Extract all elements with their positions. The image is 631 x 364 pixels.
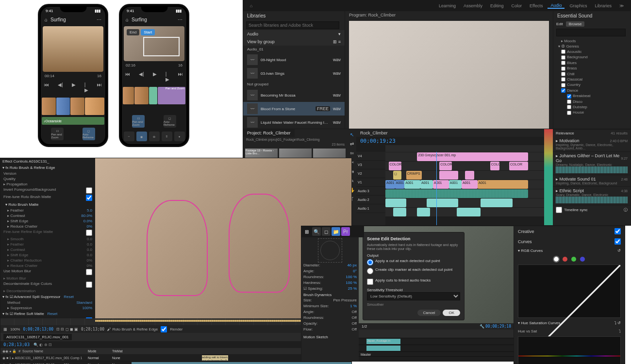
tool-panzoom[interactable]: ⊡Pan and Zoom (51, 128, 64, 140)
tab-motion[interactable]: ◉ (136, 132, 147, 141)
audio-meter (544, 129, 553, 225)
reset-button[interactable]: Reset (47, 312, 57, 316)
lumetri-curves-panel: Creative Curves ▾ RGB Curves↺ ▾ Hue Satu… (514, 226, 625, 364)
search-taskbar-icon[interactable]: 🔍 (312, 227, 321, 236)
timecode[interactable]: 00;00;29;18 (485, 324, 511, 329)
opt-create-marker[interactable] (367, 268, 373, 274)
ws-editing[interactable]: Editing (487, 3, 507, 8)
zoom-dropdown[interactable]: 100% (10, 327, 20, 331)
libraries-search[interactable] (246, 21, 339, 29)
comp-tab[interactable]: A010C131_160517_R1JC.mov_001 (3, 334, 72, 340)
es-result[interactable]: ▸ Motivate Sound 012:48 Inspiring, Dance… (553, 175, 631, 187)
phone-timeline[interactable] (41, 97, 105, 116)
ws-audio[interactable]: Audio (548, 3, 565, 9)
library-item[interactable]: 〰Liquid Water Water Faucet Running In Pu… (243, 116, 345, 129)
reset-icon[interactable]: ↺ (617, 248, 621, 253)
tab-presets[interactable]: ✦ (174, 132, 185, 141)
step-fwd-icon[interactable]: |▶ (83, 81, 90, 94)
step-back-icon[interactable]: ◀| (56, 81, 65, 94)
timeline-timecode[interactable]: 00;00;19;23 (360, 138, 396, 144)
tree-moods[interactable]: ▸ Moods (555, 38, 629, 44)
home-icon[interactable]: ⌂ (247, 3, 255, 8)
tree-genre-item[interactable]: Acoustic (555, 49, 629, 54)
ae-layer-row[interactable]: ◉ ■ 1 ▸ A010C131_160517_R1JC.mov_001 Com… (0, 355, 351, 362)
library-item[interactable]: 〰03-Ivan Singswav (243, 66, 345, 80)
end-handle[interactable]: End (127, 29, 139, 35)
library-item[interactable]: 〰09-Night Moodwav (243, 53, 345, 66)
library-item[interactable]: 〰Blood From a StoneFREEwav (243, 102, 345, 116)
info-icon[interactable]: ⓘ (624, 207, 628, 213)
explorer-icon[interactable]: 📁 (332, 227, 340, 236)
selection-tool-icon[interactable]: ↖ (348, 131, 356, 138)
es-result[interactable]: ▸ Motivation2:40 0 BPM Inspiring, Dynami… (553, 137, 631, 152)
phone-timecode: 00:14 (45, 74, 54, 78)
ok-button[interactable]: OK (443, 310, 460, 316)
sensitivity-dropdown[interactable]: Low Sensitivity (Default) (367, 292, 460, 300)
start-icon[interactable]: ⊞ (302, 227, 311, 236)
hue-sat-curve-editor[interactable] (518, 336, 621, 364)
layer-time-ruler[interactable] (0, 318, 351, 325)
tab-transitions[interactable]: ↔ (124, 132, 134, 141)
home-icon[interactable]: ⌂ (45, 17, 48, 22)
crop-frame[interactable] (143, 37, 180, 56)
playhead[interactable] (436, 152, 437, 225)
tool-panzoom[interactable]: ⊡Pan and Zoom (132, 115, 145, 128)
ws-color[interactable]: Color (509, 3, 525, 8)
ae-layer-row[interactable]: ◉ ■ 2 ▸ A010C131_160517_R1JC.mov_001 Nor… (0, 362, 351, 364)
render-checkbox[interactable] (161, 326, 167, 332)
windows-taskbar: ⊞ 🔍 ◻ 📁 Pr (301, 226, 364, 237)
scene-edit-dialog: Scene Edit Detection Automatically detec… (363, 232, 465, 320)
cancel-button[interactable]: Cancel (417, 310, 441, 316)
tab-adjust[interactable]: ≡ (162, 132, 172, 141)
view-by-group[interactable]: View by group⊞ ≡ (243, 38, 345, 46)
es-tab-edit[interactable]: Edit (556, 22, 563, 26)
ws-libraries[interactable]: Libraries (592, 3, 614, 8)
rgb-channel-selector[interactable] (514, 255, 625, 264)
home-icon[interactable]: ⌂ (126, 17, 129, 22)
first-frame-icon[interactable]: ⏮ (42, 81, 51, 94)
library-item[interactable]: 〰Becoming Mr Bossawav (243, 88, 345, 102)
reset-button[interactable]: Reset (64, 295, 74, 299)
project-tab[interactable]: Project: Rock_Climber (243, 129, 295, 137)
tool-autoreframe[interactable]: ◻Auto Reframe (83, 128, 95, 140)
ripple-tool-icon[interactable]: ⥢ (348, 149, 356, 157)
play-icon[interactable]: ▶ (70, 81, 78, 94)
ws-assembly[interactable]: Assembly (461, 3, 485, 8)
linked-audio-checkbox[interactable] (367, 279, 373, 285)
more-icon[interactable]: ⋯ (178, 17, 183, 22)
invert-checkbox[interactable] (86, 187, 92, 194)
workspace-bar: ⌂ Learning Assembly Editing Color Effect… (243, 0, 631, 11)
track-header[interactable]: V4 (356, 152, 385, 161)
es-result[interactable]: ▸ Ethnic Script4:38 Scary, Dramatic, Dan… (553, 187, 631, 205)
overflow-icon[interactable]: ≫ (616, 3, 627, 8)
more-icon[interactable]: ⋯ (97, 17, 101, 22)
mini-timeline[interactable]: Japan_Footage.m Master (359, 330, 514, 361)
timeline-sync-checkbox[interactable] (556, 207, 562, 213)
libraries-dropdown[interactable]: Audio▾ (243, 30, 345, 38)
phone-mockup-1: 9:41 ▮▮▮ ⌂ Surfing ⋯ 00:14 16 ⏮ ◀| ▶ |▶ … (38, 4, 108, 147)
start-handle[interactable]: Start (141, 29, 155, 35)
premiere-taskbar-icon[interactable]: Pr (341, 227, 350, 236)
opt-apply-cut[interactable] (367, 259, 373, 265)
alpha-icon[interactable]: ▦ (3, 327, 7, 331)
ae-timecode[interactable]: 0;28;13;03 (3, 342, 30, 347)
phone-audio-clip[interactable]: ♪ Oceanside (42, 117, 104, 125)
time-ruler[interactable] (385, 145, 544, 152)
tool-autoreframe[interactable]: ◻Auto Reframe (164, 115, 176, 128)
resolution-dropdown[interactable]: 1/2 (362, 324, 367, 329)
last-frame-icon[interactable]: ⏭ (95, 81, 104, 94)
ws-learning[interactable]: Learning (436, 3, 459, 8)
motion-sketch-tab[interactable]: Motion Sketch (303, 335, 357, 339)
tab-tracking[interactable]: ⊚ (149, 132, 160, 141)
task-view-icon[interactable]: ◻ (322, 227, 331, 236)
ws-graphics[interactable]: Graphics (566, 3, 590, 8)
waveform-icon: 〰 (247, 54, 258, 65)
timeline-tracks[interactable]: 230 Greyscyscer 001.mp COLOR COLOR COLOR… (385, 152, 544, 225)
es-tab-browse[interactable]: Browse (566, 21, 585, 27)
rgb-curve-editor[interactable] (518, 265, 621, 318)
track-select-tool-icon[interactable]: ⇄ (348, 140, 356, 148)
tree-genres[interactable]: ▾ ⦿ Genres (555, 44, 629, 49)
es-result[interactable]: ▸ Johanes Gilther – Don't Let Me Go9:27 … (553, 152, 631, 175)
es-search[interactable] (556, 29, 626, 36)
ws-effects[interactable]: Effects (527, 3, 546, 8)
